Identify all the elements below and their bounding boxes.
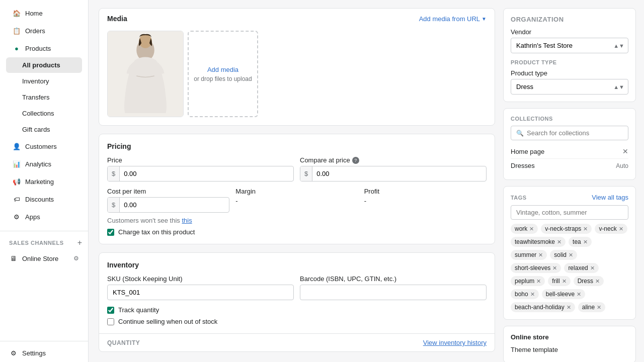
tag-remove-peplum[interactable]: ✕	[536, 278, 541, 285]
tag-remove-dress[interactable]: ✕	[595, 278, 600, 285]
collections-search-input[interactable]	[527, 129, 623, 137]
compare-info-icon: ?	[352, 157, 359, 164]
continue-selling-checkbox[interactable]	[107, 318, 114, 325]
tag-remove-vneck[interactable]: ✕	[619, 226, 623, 232]
barcode-input[interactable]	[300, 285, 487, 300]
cost-input[interactable]	[120, 198, 229, 212]
sidebar-label-settings: Settings	[22, 349, 46, 357]
products-icon: ●	[12, 44, 21, 53]
content-area: Media Add media from URL ▼	[89, 0, 644, 362]
track-quantity-label: Track quantity	[118, 306, 159, 314]
vendor-select[interactable]: Kathrin's Test Store	[511, 38, 628, 53]
tag-beach-and-holiday: beach-and-holiday ✕	[511, 302, 575, 312]
cost-label: Cost per item	[107, 188, 229, 195]
tag-vneck-straps: v-neck-straps ✕	[541, 224, 592, 234]
cost-info-link[interactable]: this	[182, 217, 192, 224]
right-panel: Organization Vendor Kathrin's Test Store…	[503, 0, 644, 362]
sidebar-item-home[interactable]: 🏠 Home	[6, 5, 82, 22]
sidebar-label-transfers: Transfers	[22, 94, 49, 101]
tags-section-label: TAGS	[511, 195, 527, 201]
sku-input[interactable]	[107, 285, 294, 300]
pricing-section: Pricing Price $ Compare at price	[99, 134, 495, 244]
sidebar-label-marketing: Marketing	[25, 178, 54, 186]
pricing-grid: Price $ Compare at price ?	[107, 156, 487, 182]
tag-work: work ✕	[511, 224, 538, 234]
tag-remove-vneck-straps[interactable]: ✕	[583, 226, 588, 232]
profit-value: -	[364, 197, 487, 205]
price-input[interactable]	[120, 166, 293, 181]
customers-icon: 👤	[12, 142, 21, 151]
sidebar-label-gift-cards: Gift cards	[22, 126, 50, 133]
sidebar-item-products[interactable]: ● Products	[6, 40, 82, 57]
tag-tea: tea ✕	[569, 237, 592, 247]
tags-input[interactable]	[511, 205, 628, 220]
sidebar-label-discounts: Discounts	[25, 196, 54, 203]
add-media-url-label: Add media from URL	[419, 15, 480, 23]
tag-teawhitesmoke: teawhitesmoke ✕	[511, 237, 566, 247]
add-media-label: Add media	[207, 66, 238, 73]
tag-remove-beach-and-holiday[interactable]: ✕	[567, 304, 571, 311]
sidebar-item-discounts[interactable]: 🏷 Discounts	[6, 191, 82, 208]
product-image-svg	[108, 31, 183, 117]
add-media-url-button[interactable]: Add media from URL ▼	[419, 15, 487, 23]
collection-item-homepage: Home page ✕	[511, 144, 628, 158]
sidebar-item-orders[interactable]: 📋 Orders	[6, 22, 82, 39]
inventory-grid: SKU (Stock Keeping Unit) Barcode (ISBN, …	[107, 275, 487, 300]
tag-frill: frill ✕	[548, 276, 570, 286]
tag-remove-short-sleeves[interactable]: ✕	[552, 265, 557, 272]
sidebar-item-transfers[interactable]: Transfers	[6, 89, 82, 105]
organization-title: Organization	[511, 16, 628, 23]
sidebar-label-products: Products	[25, 45, 51, 52]
view-inventory-history-link[interactable]: View inventory history	[423, 339, 487, 346]
tag-remove-frill[interactable]: ✕	[562, 278, 567, 285]
compare-price-input[interactable]	[312, 166, 486, 181]
sidebar-item-gift-cards[interactable]: Gift cards	[6, 122, 82, 137]
tag-remove-solid[interactable]: ✕	[569, 252, 573, 258]
sidebar-item-settings[interactable]: ⚙ Settings	[3, 344, 85, 361]
margin-value: -	[235, 197, 358, 205]
sidebar-label-analytics: Analytics	[25, 160, 51, 168]
tag-boho: boho ✕	[511, 289, 539, 299]
collection-auto-dresses: Auto	[616, 162, 628, 169]
continue-selling-label: Continue selling when out of stock	[118, 318, 217, 325]
tax-checkbox[interactable]	[107, 229, 114, 236]
sku-label: SKU (Stock Keeping Unit)	[107, 275, 294, 283]
tags-view-all-link[interactable]: View all tags	[592, 194, 628, 201]
sidebar-item-analytics[interactable]: 📊 Analytics	[6, 155, 82, 172]
profit-label: Profit	[364, 188, 487, 195]
sidebar-item-marketing[interactable]: 📢 Marketing	[6, 173, 82, 190]
quantity-label: QUANTITY	[107, 339, 140, 346]
tag-remove-teawhitesmoke[interactable]: ✕	[557, 239, 561, 245]
media-upload-zone[interactable]: Add media or drop files to upload	[188, 31, 258, 117]
tag-remove-relaxed[interactable]: ✕	[590, 265, 595, 272]
sidebar-item-all-products[interactable]: All products	[6, 57, 82, 73]
sidebar-item-inventory[interactable]: Inventory	[6, 73, 82, 89]
settings-icon: ⚙	[9, 348, 18, 357]
track-quantity-checkbox[interactable]	[107, 307, 114, 314]
sidebar-item-collections[interactable]: Collections	[6, 106, 82, 121]
compare-price-label: Compare at price ?	[300, 156, 487, 164]
collection-name-dresses: Dresses	[511, 162, 535, 169]
product-image[interactable]	[107, 31, 184, 117]
collection-remove-homepage[interactable]: ✕	[622, 147, 628, 155]
online-store-settings-icon[interactable]: ⚙	[73, 255, 79, 262]
sidebar-item-online-store[interactable]: 🖥 Online Store ⚙	[3, 250, 85, 267]
add-sales-channel-button[interactable]: +	[77, 238, 82, 247]
tag-relaxed: relaxed ✕	[564, 263, 598, 273]
tag-remove-bell-sleeve[interactable]: ✕	[577, 291, 581, 298]
collection-item-dresses: Dresses Auto	[511, 158, 628, 172]
sidebar-item-customers[interactable]: 👤 Customers	[6, 138, 82, 155]
discounts-icon: 🏷	[12, 195, 21, 204]
tag-remove-aline[interactable]: ✕	[597, 304, 601, 311]
product-type-select[interactable]: Dress	[511, 79, 628, 95]
sidebar-label-customers: Customers	[25, 143, 57, 150]
sidebar-item-apps[interactable]: ⚙ Apps	[6, 208, 82, 225]
marketing-icon: 📢	[12, 177, 21, 186]
tag-remove-work[interactable]: ✕	[529, 226, 534, 232]
profit-field: Profit -	[364, 188, 487, 213]
sidebar-label-online-store: Online Store	[22, 255, 58, 262]
sales-channels-section: SALES CHANNELS +	[0, 234, 88, 249]
tag-remove-summer[interactable]: ✕	[538, 252, 543, 258]
tag-remove-tea[interactable]: ✕	[583, 239, 588, 245]
tag-remove-boho[interactable]: ✕	[530, 291, 535, 298]
